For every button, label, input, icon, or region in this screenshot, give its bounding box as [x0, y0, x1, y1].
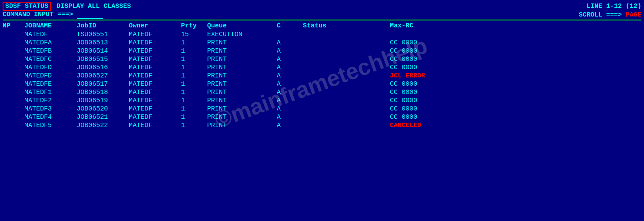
scroll-label: SCROLL ===>	[579, 11, 622, 19]
cell-queue: PRINT	[207, 80, 277, 88]
table-row: MATEDFC JOB06515 MATEDF 1 PRINT A CC 000…	[3, 55, 641, 64]
cell-prty: 1	[181, 114, 207, 121]
table-row: MATEDFE JOB06517 MATEDF 1 PRINT A CC 000…	[3, 80, 641, 88]
cell-jobname: MATEDF	[24, 31, 77, 38]
cell-owner: MATEDF	[129, 97, 181, 104]
table-row: MATEDFD JOB06527 MATEDF 1 PRINT A JCL ER…	[3, 72, 641, 80]
cell-owner: MATEDF	[129, 72, 181, 80]
cell-queue: PRINT	[207, 56, 277, 63]
cell-c: A	[277, 114, 303, 121]
cell-c: A	[277, 97, 303, 104]
cell-prty: 1	[181, 122, 207, 129]
cell-prty: 1	[181, 105, 207, 113]
cell-owner: MATEDF	[129, 64, 181, 71]
cell-np	[3, 31, 24, 38]
table-row: MATEDF1 JOB06518 MATEDF 1 PRINT A CC 000…	[3, 88, 641, 97]
command-input[interactable]	[77, 11, 103, 19]
col-queue: Queue	[207, 22, 277, 30]
table-row: MATEDF3 JOB06520 MATEDF 1 PRINT A CC 000…	[3, 105, 641, 113]
cell-jobname: MATEDF1	[24, 89, 77, 96]
table-row: MATEDF2 JOB06519 MATEDF 1 PRINT A CC 000…	[3, 97, 641, 105]
cell-jobname: MATEDFB	[24, 47, 77, 55]
cell-status	[303, 80, 390, 88]
cell-prty: 1	[181, 97, 207, 104]
column-headers: NP JOBNAME JobID Owner Prty Queue C Stat…	[3, 21, 641, 30]
header-title-rest: DISPLAY ALL CLASSES	[53, 3, 131, 10]
cell-jobname: MATEDFC	[24, 56, 77, 63]
cell-jobid: JOB06521	[77, 114, 129, 121]
cell-np	[3, 72, 24, 80]
cell-jobname: MATEDFA	[24, 39, 77, 47]
command-label: COMMAND INPUT	[3, 11, 54, 18]
cell-c: A	[277, 80, 303, 88]
cell-jobname: MATEDF3	[24, 105, 77, 113]
cell-jobname: MATEDFE	[24, 80, 77, 88]
cell-prty: 1	[181, 64, 207, 71]
table-row: MATEDF TSU06551 MATEDF 15 EXECUTION	[3, 30, 641, 39]
table-row: MATEDF4 JOB06521 MATEDF 1 PRINT A CC 000…	[3, 113, 641, 121]
cell-jobid: JOB06527	[77, 72, 129, 80]
cell-queue: PRINT	[207, 39, 277, 47]
cell-status	[303, 97, 390, 104]
cell-status	[303, 89, 390, 96]
table-row: MATEDFA JOB06513 MATEDF 1 PRINT A CC 000…	[3, 39, 641, 47]
cell-jobname: MATEDF5	[24, 122, 77, 129]
cell-status	[303, 47, 390, 55]
green-divider	[3, 20, 641, 20]
cell-owner: MATEDF	[129, 105, 181, 113]
cell-maxrc: CC 0000	[390, 39, 477, 47]
cell-queue: PRINT	[207, 72, 277, 80]
cell-maxrc: CC 0000	[390, 64, 477, 71]
cell-c: A	[277, 105, 303, 113]
cell-queue: PRINT	[207, 105, 277, 113]
sdsf-title: SDSF STATUS	[3, 2, 51, 11]
header-left: SDSF STATUS DISPLAY ALL CLASSES	[3, 2, 131, 11]
table-row: MATEDF5 JOB06522 MATEDF 1 PRINT A CANCEL…	[3, 121, 641, 130]
cell-np	[3, 47, 24, 55]
cell-owner: MATEDF	[129, 47, 181, 55]
cell-status	[303, 122, 390, 129]
cell-jobid: JOB06513	[77, 39, 129, 47]
cell-jobname: MATEDF4	[24, 114, 77, 121]
cell-np	[3, 39, 24, 47]
cell-c: A	[277, 72, 303, 80]
cell-jobid: JOB06522	[77, 122, 129, 129]
cell-np	[3, 80, 24, 88]
cell-status	[303, 114, 390, 121]
cell-prty: 1	[181, 72, 207, 80]
cell-maxrc: CC 0000	[390, 80, 477, 88]
cell-jobid: JOB06515	[77, 56, 129, 63]
col-maxrc: Max-RC	[390, 22, 477, 30]
cell-owner: MATEDF	[129, 122, 181, 129]
cell-jobid: JOB06516	[77, 64, 129, 71]
cell-queue: PRINT	[207, 97, 277, 104]
col-jobid: JobID	[77, 22, 129, 30]
cell-jobname: MATEDFD	[24, 64, 77, 71]
cell-maxrc: CC 0000	[390, 114, 477, 121]
cell-jobid: JOB06517	[77, 80, 129, 88]
table-row: MATEDFB JOB06514 MATEDF 1 PRINT A CC 000…	[3, 47, 641, 55]
cell-maxrc: CC 0000	[390, 89, 477, 96]
cell-np	[3, 97, 24, 104]
cell-maxrc: CC 0000	[390, 105, 477, 113]
table-row: MATEDFD JOB06516 MATEDF 1 PRINT A CC 000…	[3, 64, 641, 72]
cell-np	[3, 56, 24, 63]
cell-status	[303, 64, 390, 71]
cell-maxrc: JCL ERROR	[390, 72, 477, 80]
scroll-area: SCROLL ===> PAGE	[579, 11, 641, 19]
cell-c: A	[277, 56, 303, 63]
command-area: COMMAND INPUT ===>	[3, 11, 103, 19]
cell-maxrc: CANCELED	[390, 122, 477, 129]
cell-maxrc: CC 0000	[390, 56, 477, 63]
cell-queue: PRINT	[207, 47, 277, 55]
cell-maxrc: CC 0000	[390, 47, 477, 55]
cell-queue: PRINT	[207, 89, 277, 96]
cell-prty: 1	[181, 39, 207, 47]
cell-c: A	[277, 64, 303, 71]
data-rows: MATEDF TSU06551 MATEDF 15 EXECUTION MATE…	[3, 30, 641, 130]
col-c: C	[277, 22, 303, 30]
cell-np	[3, 114, 24, 121]
cell-prty: 1	[181, 56, 207, 63]
sdsf-screen: SDSF STATUS DISPLAY ALL CLASSES LINE 1-1…	[0, 0, 644, 221]
cell-c: A	[277, 89, 303, 96]
